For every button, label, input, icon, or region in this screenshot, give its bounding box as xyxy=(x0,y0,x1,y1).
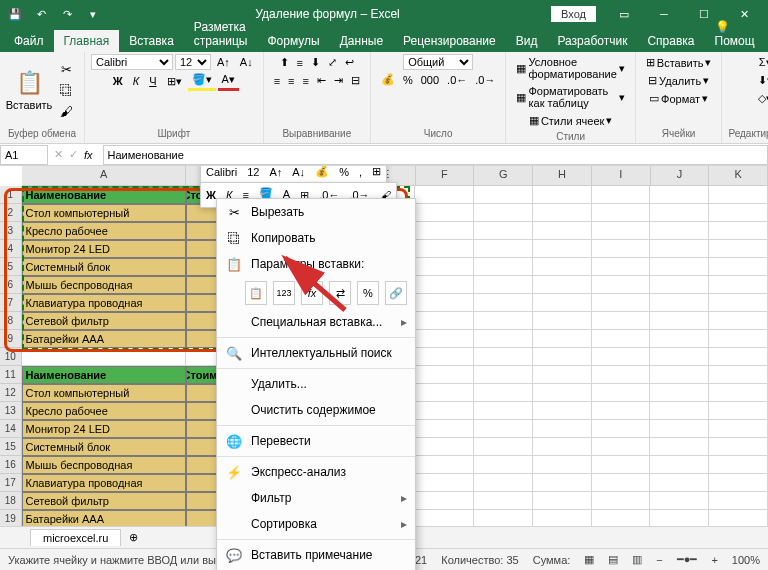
cell[interactable]: Мышь беспроводная xyxy=(22,456,186,474)
cell[interactable] xyxy=(415,276,474,294)
zoom-slider[interactable]: ━●━ xyxy=(677,553,698,566)
cell[interactable] xyxy=(650,420,709,438)
cell[interactable] xyxy=(533,420,592,438)
fill-color-button[interactable]: 🪣▾ xyxy=(188,71,216,91)
cell[interactable] xyxy=(650,456,709,474)
format-table-button[interactable]: ▦ Форматировать как таблицу ▾ xyxy=(512,83,628,111)
paste-values-button[interactable]: 123 xyxy=(273,281,295,305)
cell[interactable] xyxy=(709,258,768,276)
cell[interactable] xyxy=(650,276,709,294)
cell[interactable]: Системный блок xyxy=(22,438,186,456)
tab-review[interactable]: Рецензирование xyxy=(393,30,506,52)
cell[interactable] xyxy=(592,276,651,294)
cell[interactable] xyxy=(474,222,533,240)
cell[interactable] xyxy=(474,186,533,204)
align-middle-icon[interactable]: ≡ xyxy=(293,54,307,71)
fx-cancel-icon[interactable]: ✕ xyxy=(48,148,69,161)
cell[interactable] xyxy=(592,438,651,456)
cut-button[interactable]: ✂ xyxy=(54,59,78,79)
cell[interactable] xyxy=(650,384,709,402)
cell[interactable] xyxy=(474,402,533,420)
grow-font-icon[interactable]: A↑ xyxy=(213,54,234,70)
ctx-copy[interactable]: ⿻Копировать xyxy=(217,225,415,251)
cell[interactable] xyxy=(533,294,592,312)
cell[interactable] xyxy=(650,222,709,240)
cell[interactable]: Клавиатура проводная xyxy=(22,474,186,492)
ctx-translate[interactable]: 🌐Перевести xyxy=(217,428,415,454)
cell[interactable] xyxy=(709,366,768,384)
cell[interactable] xyxy=(533,348,592,366)
indent-dec-icon[interactable]: ⇤ xyxy=(313,72,330,89)
cell[interactable] xyxy=(650,204,709,222)
align-top-icon[interactable]: ⬆ xyxy=(276,54,293,71)
cond-format-button[interactable]: ▦ Условное форматирование ▾ xyxy=(512,54,628,82)
ctx-clear[interactable]: Очистить содержимое xyxy=(217,397,415,423)
row-header[interactable]: 2 xyxy=(0,204,22,222)
cell[interactable] xyxy=(592,402,651,420)
cell[interactable]: Системный блок xyxy=(22,258,186,276)
cell[interactable] xyxy=(474,348,533,366)
view-break-icon[interactable]: ▥ xyxy=(632,553,642,566)
cell[interactable] xyxy=(533,438,592,456)
row-header[interactable]: 3 xyxy=(0,222,22,240)
cell[interactable] xyxy=(415,348,474,366)
cell[interactable] xyxy=(415,384,474,402)
cell[interactable] xyxy=(650,492,709,510)
row-header[interactable]: 4 xyxy=(0,240,22,258)
mt-size[interactable]: 12 xyxy=(244,166,262,180)
cell[interactable] xyxy=(474,240,533,258)
tab-file[interactable]: Файл xyxy=(4,30,54,52)
comma-icon[interactable]: 000 xyxy=(417,71,443,88)
mt-comma-icon[interactable]: , xyxy=(356,166,365,180)
tab-insert[interactable]: Вставка xyxy=(119,30,184,52)
cell[interactable]: Мышь беспроводная xyxy=(22,276,186,294)
cell[interactable] xyxy=(592,420,651,438)
cell[interactable]: Стол компьютерный xyxy=(22,204,186,222)
tab-developer[interactable]: Разработчик xyxy=(547,30,637,52)
cell[interactable] xyxy=(474,330,533,348)
cell[interactable] xyxy=(415,492,474,510)
cell[interactable] xyxy=(709,276,768,294)
tab-view[interactable]: Вид xyxy=(506,30,548,52)
formula-input[interactable]: Наименование xyxy=(103,145,768,165)
cell[interactable] xyxy=(592,312,651,330)
cell[interactable] xyxy=(415,456,474,474)
cell[interactable] xyxy=(415,402,474,420)
cell[interactable] xyxy=(533,384,592,402)
fill-icon[interactable]: ⬇▾ xyxy=(754,72,768,89)
row-header[interactable]: 16 xyxy=(0,456,22,474)
view-normal-icon[interactable]: ▦ xyxy=(584,553,594,566)
cell[interactable] xyxy=(533,312,592,330)
col-header[interactable]: H xyxy=(533,166,592,185)
percent-icon[interactable]: % xyxy=(399,71,417,88)
cell[interactable]: Стол компьютерный xyxy=(22,384,186,402)
ctx-delete[interactable]: Удалить... xyxy=(217,371,415,397)
cell[interactable] xyxy=(415,240,474,258)
undo-icon[interactable]: ↶ xyxy=(30,3,52,25)
tell-me[interactable]: 💡 Помощ xyxy=(705,16,765,52)
autosum-icon[interactable]: Σ▾ xyxy=(755,54,768,71)
cell[interactable] xyxy=(415,474,474,492)
row-header[interactable]: 12 xyxy=(0,384,22,402)
cell[interactable] xyxy=(533,366,592,384)
cell[interactable] xyxy=(709,420,768,438)
cell[interactable] xyxy=(533,204,592,222)
cell[interactable] xyxy=(474,294,533,312)
minimize-icon[interactable]: ─ xyxy=(644,0,684,28)
cell[interactable] xyxy=(415,294,474,312)
sheet-tab[interactable]: microexcel.ru xyxy=(30,529,121,546)
cell[interactable] xyxy=(533,474,592,492)
cell[interactable] xyxy=(709,438,768,456)
cell[interactable] xyxy=(474,258,533,276)
cell[interactable] xyxy=(415,258,474,276)
row-header[interactable]: 11 xyxy=(0,366,22,384)
col-header[interactable]: A xyxy=(22,166,186,185)
tab-data[interactable]: Данные xyxy=(330,30,393,52)
mt-shrink-icon[interactable]: A↓ xyxy=(289,166,308,180)
mt-grow-icon[interactable]: A↑ xyxy=(266,166,285,180)
row-header[interactable]: 17 xyxy=(0,474,22,492)
align-bottom-icon[interactable]: ⬇ xyxy=(307,54,324,71)
cell[interactable] xyxy=(533,456,592,474)
cell[interactable] xyxy=(415,438,474,456)
cell[interactable] xyxy=(709,240,768,258)
